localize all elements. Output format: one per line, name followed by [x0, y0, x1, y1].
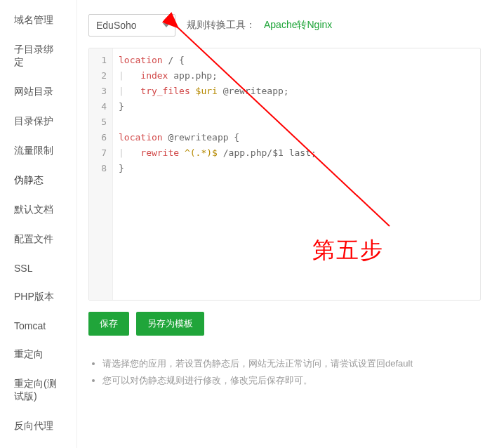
code-line[interactable]	[119, 114, 317, 130]
sidebar-item-0[interactable]: 域名管理	[0, 6, 77, 35]
gutter-line: 8	[89, 161, 112, 176]
button-row: 保存 另存为模板	[88, 312, 481, 336]
sidebar-item-1[interactable]: 子目录绑定	[0, 35, 77, 77]
sidebar-item-5[interactable]: 伪静态	[0, 166, 77, 195]
gutter-line: 1	[89, 53, 112, 68]
sidebar-item-2[interactable]: 网站目录	[0, 77, 77, 107]
sidebar-item-8[interactable]: SSL	[0, 254, 77, 282]
note-item: 您可以对伪静态规则进行修改，修改完后保存即可。	[102, 372, 481, 389]
gutter-line: 4	[89, 99, 112, 114]
editor-code[interactable]: location / {| index app.php;| try_files …	[113, 48, 322, 300]
code-line[interactable]: location @rewriteapp {	[119, 130, 317, 145]
sidebar-item-14[interactable]: 防盗链	[0, 441, 77, 448]
sidebar-item-12[interactable]: 重定向(测试版)	[0, 369, 77, 411]
sidebar-item-11[interactable]: 重定向	[0, 340, 77, 369]
code-line[interactable]: location / {	[119, 53, 317, 68]
sidebar-item-9[interactable]: PHP版本	[0, 282, 77, 312]
gutter-line: 7	[89, 145, 112, 161]
sidebar-item-3[interactable]: 目录保护	[0, 107, 77, 136]
code-line[interactable]: }	[119, 161, 317, 176]
notes-list: 请选择您的应用，若设置伪静态后，网站无法正常访问，请尝试设置回default您可…	[88, 355, 481, 389]
sidebar-item-4[interactable]: 流量限制	[0, 136, 77, 166]
gutter-line: 5	[89, 114, 112, 130]
gutter-line: 6	[89, 130, 112, 145]
sidebar: 域名管理子目录绑定网站目录目录保护流量限制伪静态默认文档配置文件SSLPHP版本…	[0, 0, 77, 448]
editor-gutter: 12345678	[89, 48, 113, 300]
code-line[interactable]: | index app.php;	[119, 68, 317, 84]
save-as-template-button[interactable]: 另存为模板	[136, 312, 204, 336]
template-select-wrap: EduSoho	[88, 14, 175, 37]
main-panel: EduSoho 规则转换工具： Apache转Nginx 12345678 lo…	[77, 0, 492, 448]
note-item: 请选择您的应用，若设置伪静态后，网站无法正常访问，请尝试设置回default	[102, 355, 481, 372]
convert-tool-link[interactable]: Apache转Nginx	[264, 19, 332, 32]
gutter-line: 2	[89, 68, 112, 84]
sidebar-item-13[interactable]: 反向代理	[0, 411, 77, 441]
save-button[interactable]: 保存	[88, 312, 129, 336]
convert-tool-label: 规则转换工具：	[187, 19, 255, 32]
code-editor[interactable]: 12345678 location / {| index app.php;| t…	[88, 48, 481, 301]
sidebar-item-10[interactable]: Tomcat	[0, 312, 77, 340]
code-line[interactable]: }	[119, 99, 317, 114]
annotation-step-label: 第五步	[312, 235, 384, 266]
sidebar-item-7[interactable]: 配置文件	[0, 225, 77, 254]
sidebar-item-6[interactable]: 默认文档	[0, 195, 77, 225]
code-line[interactable]: | rewrite ^(.*)$ /app.php/$1 last;	[119, 145, 317, 161]
code-line[interactable]: | try_files $uri @rewriteapp;	[119, 84, 317, 99]
gutter-line: 3	[89, 84, 112, 99]
template-select[interactable]: EduSoho	[88, 14, 175, 37]
top-row: EduSoho 规则转换工具： Apache转Nginx	[88, 14, 481, 37]
